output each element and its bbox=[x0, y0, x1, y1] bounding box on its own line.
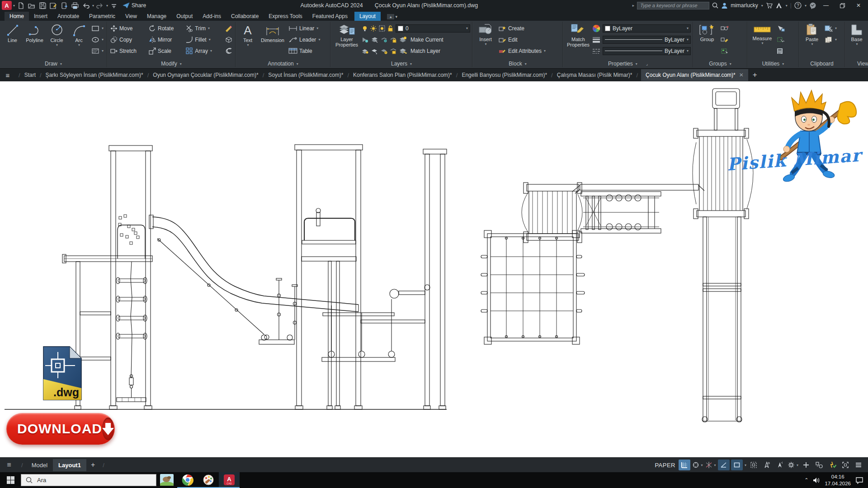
paper-space-label[interactable]: PAPER bbox=[655, 462, 675, 469]
file-tab-start[interactable]: Start bbox=[24, 69, 37, 81]
new-file-button[interactable] bbox=[16, 1, 26, 10]
layer-freeze-vp-icon[interactable] bbox=[379, 25, 385, 32]
block-create-button[interactable]: Create bbox=[497, 25, 561, 32]
gear-caret-icon[interactable]: ▾ bbox=[797, 463, 798, 467]
quick-select-button[interactable] bbox=[776, 25, 786, 32]
taskbar-chrome-button[interactable] bbox=[177, 472, 198, 488]
taskbar-paint-button[interactable] bbox=[198, 472, 219, 488]
start-button[interactable] bbox=[0, 476, 21, 484]
graphics-performance-button[interactable] bbox=[826, 460, 838, 470]
customization-menu-icon[interactable] bbox=[853, 460, 864, 470]
save-button[interactable] bbox=[38, 1, 47, 10]
close-tab-icon[interactable]: ✕ bbox=[739, 72, 744, 78]
arc-button[interactable]: Arc▾ bbox=[68, 23, 90, 47]
table-button[interactable]: Table bbox=[288, 48, 328, 54]
erase-button[interactable] bbox=[223, 25, 233, 32]
group-selection-button[interactable] bbox=[720, 48, 730, 54]
cut-button[interactable]: ▾ bbox=[824, 25, 838, 32]
group-button[interactable]: Group bbox=[695, 23, 719, 42]
grid-toggle-button[interactable] bbox=[679, 460, 690, 470]
panel-view-footer[interactable]: View▾⌟ bbox=[845, 59, 868, 68]
panel-annotation-footer[interactable]: Annotation▾ bbox=[236, 59, 330, 68]
layer-properties-button[interactable]: Layer Properties bbox=[333, 23, 361, 47]
taskbar-clock[interactable]: 04:16 17.04.2026 bbox=[825, 474, 851, 487]
select-similar-button[interactable] bbox=[776, 37, 786, 43]
dimension-button[interactable]: Dimension bbox=[259, 23, 287, 43]
match-layer-button[interactable]: Match Layer bbox=[410, 48, 441, 54]
leader-button[interactable]: Leader▾ bbox=[288, 37, 328, 43]
isodraft-button[interactable]: ▾ bbox=[705, 460, 717, 470]
taskbar-app-thumbnail[interactable] bbox=[156, 472, 177, 488]
layer-off-icon[interactable] bbox=[362, 37, 368, 43]
mirror-button[interactable]: Mirror bbox=[148, 34, 184, 45]
rotate-button[interactable]: Rotate bbox=[148, 23, 184, 34]
user-icon[interactable] bbox=[721, 2, 728, 9]
print-button[interactable] bbox=[70, 1, 80, 10]
base-button[interactable]: Base▾ bbox=[847, 23, 866, 47]
layout-tab-menu-icon[interactable]: ≡ bbox=[0, 461, 18, 469]
file-tab-calisma-masasi[interactable]: Çalışma Masası (Pislik Mimar)* bbox=[556, 69, 633, 81]
measure-button[interactable]: Measure▾ bbox=[750, 23, 775, 46]
layer-freeze-icon[interactable] bbox=[381, 37, 387, 43]
group-edit-button[interactable] bbox=[720, 37, 730, 43]
model-tab[interactable]: Model bbox=[26, 459, 53, 471]
quick-calculator-button[interactable] bbox=[776, 48, 786, 54]
paste-caret-icon[interactable]: ▾ bbox=[811, 42, 813, 47]
edit-attributes-button[interactable]: Edit Attributes▾ bbox=[497, 48, 561, 54]
ribbon-minimize-control[interactable]: ▴▾ bbox=[387, 14, 397, 21]
ribbon-tab-layout[interactable]: Layout bbox=[354, 12, 381, 21]
ortho-mode-button[interactable] bbox=[731, 460, 743, 470]
lineweight-combo[interactable]: ByLayer▾ bbox=[603, 36, 691, 44]
autocad-app-icon[interactable]: A bbox=[2, 1, 12, 10]
block-edit-button[interactable]: Edit bbox=[497, 37, 561, 43]
ellipse-tool-button[interactable]: ▾ bbox=[90, 37, 104, 43]
panel-utilities-footer[interactable]: Utilities▾ bbox=[748, 59, 798, 68]
object-color-combo[interactable]: ByLayer▾ bbox=[603, 24, 691, 33]
ribbon-minimize-caret-icon[interactable]: ▾ bbox=[395, 14, 397, 19]
ribbon-tab-view[interactable]: View bbox=[120, 12, 142, 21]
ribbon-tab-parametric[interactable]: Parametric bbox=[84, 12, 120, 21]
trim-button[interactable]: Trim▾ bbox=[185, 23, 222, 34]
customize-qat-button[interactable] bbox=[109, 1, 119, 10]
layer-thaw-icon[interactable] bbox=[370, 25, 377, 32]
copy-button[interactable]: Copy bbox=[109, 34, 147, 45]
copy-clip-button[interactable]: ▾ bbox=[824, 37, 838, 43]
layer-lock-fade-icon[interactable] bbox=[390, 48, 396, 54]
taskbar-search-input[interactable]: Ara bbox=[21, 474, 156, 486]
paste-button[interactable]: Paste▾ bbox=[801, 23, 823, 47]
ribbon-tab-featuredapps[interactable]: Featured Apps bbox=[307, 12, 353, 21]
insert-button[interactable]: Insert▾ bbox=[475, 23, 496, 47]
linetype-combo[interactable]: ByLayer▾ bbox=[603, 47, 691, 55]
ribbon-tab-insert[interactable]: Insert bbox=[29, 12, 52, 21]
polyline-button[interactable]: Polyline bbox=[24, 23, 45, 43]
search-icon[interactable] bbox=[712, 2, 718, 9]
restore-button[interactable] bbox=[835, 0, 849, 10]
redo-caret-icon[interactable]: ▾ bbox=[106, 4, 108, 8]
tray-expand-icon[interactable]: ⌃ bbox=[804, 477, 808, 483]
ribbon-tab-output[interactable]: Output bbox=[171, 12, 198, 21]
taskbar-autocad-button[interactable]: ACAD bbox=[219, 472, 240, 488]
panel-modify-footer[interactable]: Modify▾ bbox=[108, 59, 235, 68]
panel-block-footer[interactable]: Block▾ bbox=[473, 59, 562, 68]
username-label[interactable]: mimarlucky bbox=[731, 2, 758, 9]
isodraft-caret-icon[interactable]: ▾ bbox=[714, 463, 716, 467]
line-button[interactable]: Line bbox=[2, 23, 23, 43]
file-tab-konferans[interactable]: Konferans Salon Plan (PislikMimar.com)* bbox=[352, 69, 453, 81]
panel-clipboard-footer[interactable]: Clipboard bbox=[799, 59, 844, 68]
make-current-button[interactable]: Make Current bbox=[410, 37, 444, 43]
layout1-tab[interactable]: Layout1 bbox=[53, 459, 86, 471]
layer-state-icon[interactable] bbox=[362, 48, 368, 54]
autodesk-account-icon[interactable] bbox=[775, 2, 783, 9]
plot-mobile-button[interactable] bbox=[59, 1, 69, 10]
layer-walk-icon[interactable] bbox=[371, 48, 378, 54]
move-button[interactable]: Move bbox=[109, 23, 147, 34]
layer-vp-icon[interactable] bbox=[381, 48, 387, 54]
measure-caret-icon[interactable]: ▾ bbox=[761, 42, 763, 46]
file-tab-oyun-oynayan[interactable]: Oyun Oynayan Çocuklar (PislikMimar.com)* bbox=[152, 69, 259, 81]
ribbon-tab-collaborate[interactable]: Collaborate bbox=[226, 12, 264, 21]
feedback-icon[interactable] bbox=[809, 2, 816, 9]
arc-caret-icon[interactable]: ▾ bbox=[78, 43, 80, 47]
rectangle-tool-button[interactable]: ▾ bbox=[90, 25, 104, 32]
drawing-canvas[interactable]: Pislik Mimar .dwg DOWNLOAD bbox=[0, 81, 868, 457]
new-tab-button[interactable]: + bbox=[753, 70, 757, 80]
